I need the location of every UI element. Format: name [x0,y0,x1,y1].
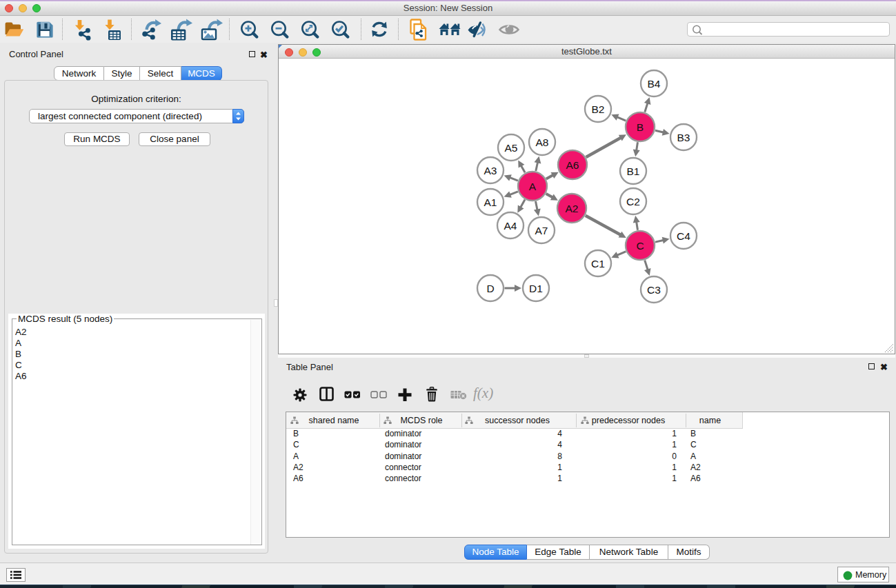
svg-text:B4: B4 [648,78,661,90]
svg-text:B: B [637,121,644,133]
svg-text:C: C [636,240,644,252]
svg-text:A8: A8 [536,136,549,148]
svg-text:C1: C1 [591,258,605,270]
svg-text:C4: C4 [677,230,690,242]
svg-text:B2: B2 [592,103,605,115]
svg-text:D1: D1 [529,283,543,294]
svg-text:A: A [529,181,537,192]
svg-text:C3: C3 [647,284,661,296]
svg-text:A7: A7 [535,225,548,236]
svg-text:B1: B1 [627,165,640,177]
svg-text:B3: B3 [677,132,690,143]
svg-text:A1: A1 [484,196,497,208]
svg-text:A2: A2 [566,203,579,214]
svg-text:A5: A5 [505,142,518,154]
svg-text:A3: A3 [484,165,497,176]
svg-text:C2: C2 [626,196,640,207]
svg-text:D: D [486,283,494,294]
svg-text:A6: A6 [566,159,579,171]
svg-text:A4: A4 [504,220,517,232]
